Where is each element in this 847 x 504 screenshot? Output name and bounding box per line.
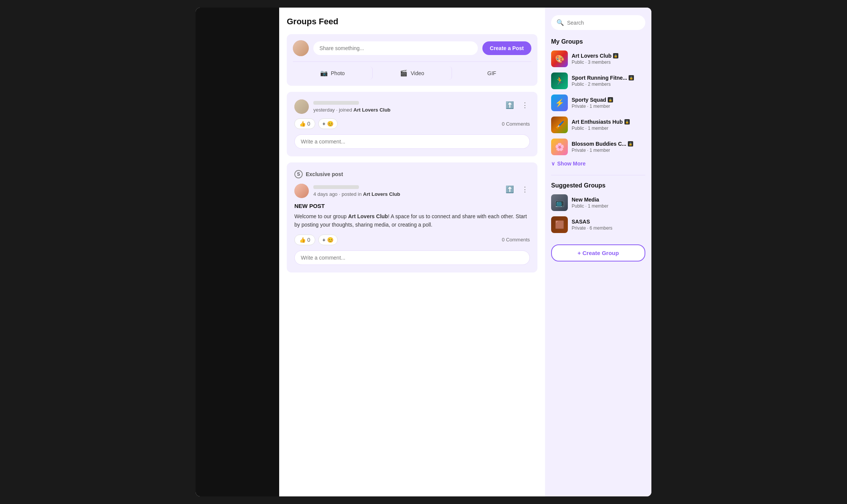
exclusive-icon: S	[294, 170, 303, 178]
group-info-art-lovers: Art Lovers Club 🔒 Public · 3 members	[572, 53, 645, 65]
group-item-art-enthusiasts[interactable]: 🖌️ Art Enthusiasts Hub 🔒 Public · 1 memb…	[551, 117, 645, 133]
search-input[interactable]	[567, 20, 640, 26]
create-group-button[interactable]: + Create Group	[551, 244, 645, 261]
user-avatar	[293, 40, 309, 56]
group-name-blossom: Blossom Buddies C... 🔒	[572, 141, 645, 147]
group-icon-sasas: 🟫	[551, 216, 568, 233]
post-header-1: yesterday · joined Art Lovers Club ⬆️ ⋮	[294, 99, 530, 114]
search-box: 🔍	[551, 15, 645, 30]
chevron-down-icon: ∨	[551, 161, 555, 167]
group-icon-art-lovers: 🎨	[551, 50, 568, 67]
composer-top: Create a Post	[293, 40, 531, 56]
group-icon-new-media: 📺	[551, 194, 568, 211]
like-count-1: 0	[307, 121, 310, 127]
emoji-button-1[interactable]: + 😊	[318, 118, 338, 129]
left-nav	[196, 8, 279, 496]
like-button-1[interactable]: 👍 0	[294, 118, 315, 129]
post-composer: Create a Post 📷 Photo 🎬 Video GIF	[287, 34, 537, 86]
show-more-label: Show More	[557, 161, 586, 167]
thumbs-up-icon-2: 👍	[299, 237, 306, 243]
post-meta-1: yesterday · joined Art Lovers Club	[313, 107, 390, 113]
group-icon-blossom: 🌸	[551, 139, 568, 155]
my-groups-title: My Groups	[551, 38, 645, 45]
lock-icon-sport-running: 🔒	[629, 75, 634, 80]
group-info-sporty-squad: Sporty Squad 🔒 Private · 1 member	[572, 97, 645, 109]
video-label: Video	[411, 70, 424, 76]
group-item-art-lovers[interactable]: 🎨 Art Lovers Club 🔒 Public · 3 members	[551, 50, 645, 67]
group-info-new-media: New Media Public · 1 member	[572, 197, 645, 209]
group-info-art-enthusiasts: Art Enthusiasts Hub 🔒 Public · 1 member	[572, 119, 645, 131]
more-button-1[interactable]: ⋮	[520, 99, 530, 111]
group-info-sasas: SASAS Private · 6 members	[572, 219, 645, 231]
photo-label: Photo	[331, 70, 345, 76]
like-button-2[interactable]: 👍 0	[294, 235, 315, 245]
group-name-sporty-squad: Sporty Squad 🔒	[572, 97, 645, 103]
page-wrapper: Groups Feed Create a Post 📷 Photo 🎬 Vide…	[196, 8, 651, 496]
group-name-sport-running: Sport Running Fitne... 🔒	[572, 75, 645, 81]
gif-label: GIF	[487, 70, 496, 76]
divider	[551, 175, 645, 175]
lock-icon-art-lovers: 🔒	[613, 53, 618, 58]
page-title: Groups Feed	[287, 17, 537, 27]
video-button[interactable]: 🎬 Video	[373, 66, 452, 80]
group-info-blossom: Blossom Buddies C... 🔒 Private · 1 membe…	[572, 141, 645, 153]
video-icon: 🎬	[400, 69, 408, 77]
reactions-left-2: 👍 0 + 😊	[294, 235, 338, 245]
feed-post-1: yesterday · joined Art Lovers Club ⬆️ ⋮ …	[287, 92, 537, 156]
post-actions-1: ⬆️ ⋮	[504, 99, 530, 111]
username-placeholder-1	[313, 101, 359, 105]
lock-icon-blossom: 🔒	[628, 141, 633, 146]
group-name-sasas: SASAS	[572, 219, 645, 225]
comment-input-1[interactable]	[294, 134, 530, 149]
post-meta-2: 4 days ago · posted in Art Lovers Club	[313, 191, 400, 197]
username-placeholder-2	[313, 185, 359, 189]
composer-input[interactable]	[313, 41, 478, 55]
post-actions-2: ⬆️ ⋮	[504, 184, 530, 195]
group-icon-sporty-squad: ⚡	[551, 94, 568, 111]
group-name-art-enthusiasts: Art Enthusiasts Hub 🔒	[572, 119, 645, 125]
reactions-row-1: 👍 0 + 😊 0 Comments	[294, 118, 530, 129]
more-button-2[interactable]: ⋮	[520, 184, 530, 195]
post-user-info-2: 4 days ago · posted in Art Lovers Club	[294, 184, 400, 198]
share-button-2[interactable]: ⬆️	[504, 184, 515, 195]
group-item-sporty-squad[interactable]: ⚡ Sporty Squad 🔒 Private · 1 member	[551, 94, 645, 111]
emoji-button-2[interactable]: + 😊	[318, 235, 338, 245]
exclusive-label: Exclusive post	[306, 171, 343, 177]
post-avatar-2	[294, 184, 309, 198]
comment-input-2[interactable]	[294, 250, 530, 265]
show-more-button[interactable]: ∨ Show More	[551, 161, 586, 167]
lock-icon-art-enthusiasts: 🔒	[624, 119, 630, 124]
composer-actions: 📷 Photo 🎬 Video GIF	[293, 61, 531, 80]
main-content: Groups Feed Create a Post 📷 Photo 🎬 Vide…	[279, 8, 545, 496]
group-item-blossom[interactable]: 🌸 Blossom Buddies C... 🔒 Private · 1 mem…	[551, 139, 645, 155]
share-button-1[interactable]: ⬆️	[504, 99, 515, 111]
group-icon-sport-running: 🏃	[551, 72, 568, 89]
camera-icon: 📷	[320, 69, 328, 77]
post-header-2: 4 days ago · posted in Art Lovers Club ⬆…	[294, 184, 530, 198]
post-user-meta-1: yesterday · joined Art Lovers Club	[313, 101, 390, 113]
group-item-new-media[interactable]: 📺 New Media Public · 1 member	[551, 194, 645, 211]
group-name-art-lovers: Art Lovers Club 🔒	[572, 53, 645, 59]
post-title: NEW POST	[294, 203, 530, 209]
thumbs-up-icon-1: 👍	[299, 121, 306, 127]
post-body: Welcome to our group Art Lovers Club! A …	[294, 212, 530, 229]
search-icon: 🔍	[556, 19, 564, 26]
feed-post-2: S Exclusive post 4 days ago · posted in …	[287, 162, 537, 272]
lock-icon-sporty-squad: 🔒	[608, 97, 613, 102]
exclusive-badge: S Exclusive post	[294, 170, 530, 178]
post-avatar-1	[294, 99, 309, 114]
suggested-groups-title: Suggested Groups	[551, 182, 645, 189]
gif-button[interactable]: GIF	[452, 66, 531, 80]
group-item-sport-running[interactable]: 🏃 Sport Running Fitne... 🔒 Public · 2 me…	[551, 72, 645, 89]
comment-count-2: 0 Comments	[502, 237, 530, 243]
create-post-button[interactable]: Create a Post	[482, 41, 531, 55]
photo-button[interactable]: 📷 Photo	[293, 66, 373, 80]
group-item-sasas[interactable]: 🟫 SASAS Private · 6 members	[551, 216, 645, 233]
reactions-row-2: 👍 0 + 😊 0 Comments	[294, 235, 530, 245]
right-sidebar: 🔍 My Groups 🎨 Art Lovers Club 🔒 Public ·…	[545, 8, 651, 496]
post-user-meta-2: 4 days ago · posted in Art Lovers Club	[313, 185, 400, 197]
like-count-2: 0	[307, 237, 310, 243]
group-info-sport-running: Sport Running Fitne... 🔒 Public · 2 memb…	[572, 75, 645, 87]
group-icon-art-enthusiasts: 🖌️	[551, 117, 568, 133]
group-name-new-media: New Media	[572, 197, 645, 203]
